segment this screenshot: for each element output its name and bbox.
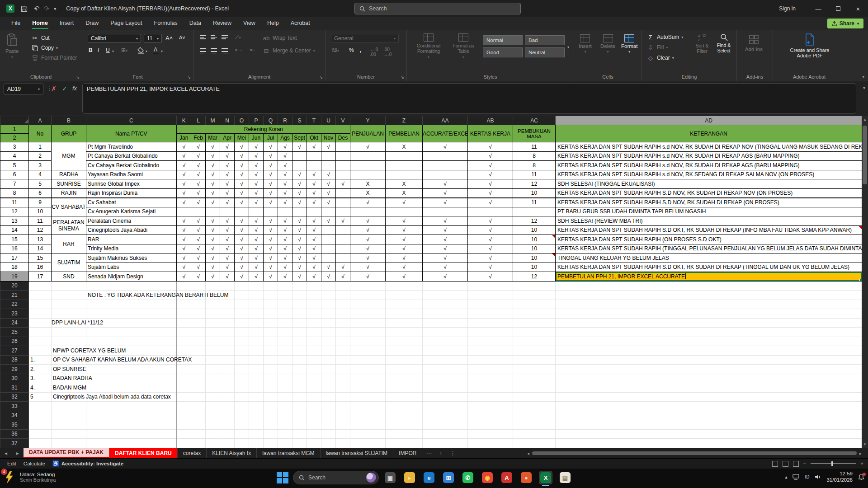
row-header-4[interactable]: 4 — [0, 151, 29, 161]
cell-month-7-10[interactable]: √ — [307, 179, 321, 189]
cell-accurate-5[interactable] — [423, 161, 468, 170]
cell-36-2[interactable] — [52, 429, 86, 439]
weather-widget[interactable]: 4 Udara: Sedang Senin Berikutnya — [3, 470, 56, 484]
cell-21-2[interactable] — [52, 291, 86, 300]
cell-month-3-8[interactable]: √ — [278, 142, 292, 152]
cell-22-14[interactable] — [321, 300, 336, 309]
cell-20-2[interactable] — [52, 281, 86, 291]
cell-grup-17[interactable]: SUJATIM — [52, 253, 86, 272]
cell-37-11[interactable] — [278, 439, 292, 448]
cell-31-10[interactable] — [264, 383, 278, 393]
cell-keterangan-14[interactable]: KERTAS KERJA DAN SPT SUDAH RAPIH S.D OKT… — [556, 225, 862, 235]
cell-33-20[interactable] — [513, 402, 556, 411]
cell-penjualan-14[interactable]: √ — [350, 225, 386, 235]
cell-month-13-3[interactable]: √ — [206, 216, 220, 226]
cell-31-12[interactable] — [292, 383, 307, 393]
underline-button[interactable]: U — [106, 47, 110, 53]
cell-30-17[interactable] — [386, 374, 423, 383]
copy-button[interactable]: Copy▾ — [31, 44, 58, 52]
cell-36-17[interactable] — [386, 429, 423, 439]
row-header-14[interactable]: 14 — [0, 225, 29, 235]
cell-31-5[interactable] — [191, 383, 206, 393]
row-header-37[interactable]: 37 — [0, 439, 29, 448]
cell-month-8-8[interactable]: √ — [278, 188, 292, 198]
cell-21-19[interactable] — [468, 291, 513, 300]
sheet-options-icon[interactable]: ⋮ — [446, 448, 459, 458]
row-header-20[interactable]: 20 — [0, 281, 29, 291]
cell-28-2[interactable]: OP CV SAHABAT KARNA BELUM ADA AKUN CORET… — [52, 355, 86, 365]
cell-21-11[interactable] — [278, 291, 292, 300]
cell-month-18-8[interactable]: √ — [278, 263, 292, 272]
zoom-slider[interactable] — [811, 463, 856, 464]
clipboard-dialog-launcher[interactable]: ↘ — [76, 75, 80, 80]
cell-20-5[interactable] — [191, 281, 206, 291]
row-header-15[interactable]: 15 — [0, 235, 29, 244]
cell-month-16-10[interactable]: √ — [307, 244, 321, 253]
taskbar-search[interactable]: Search — [293, 471, 379, 484]
cell-24-5[interactable] — [191, 318, 206, 328]
cell-34-2[interactable] — [52, 411, 86, 420]
cell-month-4-6[interactable]: √ — [249, 151, 264, 161]
cell-20-1[interactable] — [29, 281, 52, 291]
cell-month-7-5[interactable]: √ — [235, 179, 249, 189]
cell-27-6[interactable] — [206, 346, 220, 356]
cell-36-9[interactable] — [249, 429, 264, 439]
cell-28-21[interactable] — [556, 355, 862, 365]
cell-masa-5[interactable]: 8 — [513, 161, 556, 170]
cell-month-4-2[interactable]: √ — [191, 151, 206, 161]
cell-pembelian-16[interactable]: √ — [386, 244, 423, 253]
cell-month-15-7[interactable]: √ — [264, 235, 278, 244]
new-sheet-button[interactable]: + — [435, 448, 446, 458]
cell-23-5[interactable] — [191, 309, 206, 319]
shrink-font-icon[interactable]: A˅ — [179, 35, 185, 40]
cell-month-6-1[interactable]: √ — [177, 170, 191, 179]
format-as-table-button[interactable]: Format as Table▾ — [448, 33, 478, 59]
cell-month-18-2[interactable]: √ — [191, 263, 206, 272]
decrease-decimal-icon[interactable]: .00→.0 — [383, 47, 392, 57]
row-header-6[interactable]: 6 — [0, 170, 29, 179]
cell-month-12-11[interactable] — [321, 207, 336, 216]
cell-23-16[interactable] — [350, 309, 386, 319]
cell-24-19[interactable] — [468, 318, 513, 328]
cell-36-18[interactable] — [423, 429, 468, 439]
speaker-icon[interactable] — [815, 474, 821, 480]
cell-28-12[interactable] — [292, 355, 307, 365]
cell-32-16[interactable] — [350, 392, 386, 402]
cell-month-3-3[interactable]: √ — [206, 142, 220, 152]
cell-22-2[interactable] — [52, 300, 86, 309]
cell-33-12[interactable] — [292, 402, 307, 411]
cell-21-15[interactable] — [336, 291, 350, 300]
cell-month-14-12[interactable] — [336, 225, 350, 235]
cell-31-1[interactable]: 4. — [29, 383, 52, 393]
sheet-tab-daftar-klien-baru[interactable]: DAFTAR KLIEN BARU — [109, 448, 178, 458]
calculate-indicator[interactable]: Calculate — [24, 461, 45, 466]
cell-penjualan-5[interactable] — [350, 161, 386, 170]
cell-28-16[interactable] — [350, 355, 386, 365]
cell-21-1[interactable] — [29, 291, 52, 300]
cell-month-5-2[interactable]: √ — [191, 161, 206, 170]
cell-22-11[interactable] — [278, 300, 292, 309]
scroll-down-icon[interactable]: ▾ — [862, 441, 868, 448]
cell-32-19[interactable] — [468, 392, 513, 402]
cell-month-15-2[interactable]: √ — [191, 235, 206, 244]
align-middle-icon[interactable] — [211, 35, 217, 39]
cell-29-5[interactable] — [191, 365, 206, 374]
cell-26-13[interactable] — [307, 337, 321, 346]
cell-keterangan-17[interactable]: TINGGAL UANG KELUAR YG BELUM JELAS — [556, 253, 862, 263]
cell-23-11[interactable] — [278, 309, 292, 319]
start-button[interactable] — [277, 472, 288, 483]
cell-month-11-11[interactable]: √ — [321, 198, 336, 207]
style-neutral[interactable]: Neutral — [525, 47, 565, 57]
cell-30-20[interactable] — [513, 374, 556, 383]
cell-32-6[interactable] — [206, 392, 220, 402]
cell-month-6-11[interactable]: √ — [321, 170, 336, 179]
accessibility-status[interactable]: Accessibility: Investigate — [61, 461, 123, 466]
accounting-format-icon[interactable]: 🖫▾ — [332, 47, 339, 53]
cell-33-21[interactable] — [556, 402, 862, 411]
cell-month-5-11[interactable] — [321, 161, 336, 170]
cell-month-11-1[interactable]: √ — [177, 198, 191, 207]
cell-27-19[interactable] — [468, 346, 513, 356]
cell-20-8[interactable] — [235, 281, 249, 291]
cell-month-7-6[interactable]: √ — [249, 179, 264, 189]
row-header-3[interactable]: 3 — [0, 142, 29, 152]
